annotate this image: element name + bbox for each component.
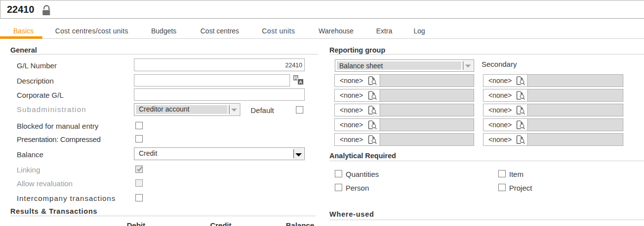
svg-text:A: A: [299, 79, 302, 85]
